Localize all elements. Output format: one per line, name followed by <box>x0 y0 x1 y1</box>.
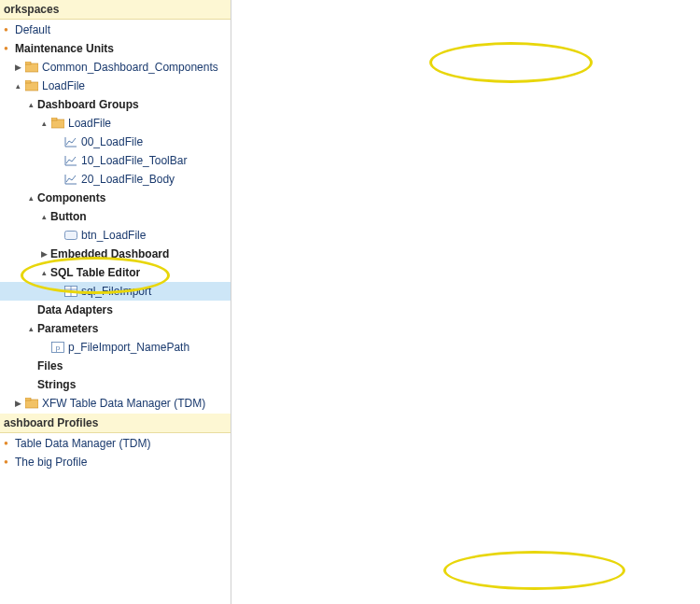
folder-icon <box>24 79 39 92</box>
tree-components[interactable]: ▴ Components <box>0 189 231 207</box>
tree-loadfile[interactable]: ▴ LoadFile <box>0 77 231 95</box>
folder-icon <box>24 397 39 410</box>
folder-icon <box>50 117 65 130</box>
tree-sql-table-editor[interactable]: ▴ SQL Table Editor <box>0 263 231 282</box>
svg-rect-0 <box>25 63 38 72</box>
tree-strings[interactable]: · Strings <box>0 375 231 394</box>
tree-group-loadfile[interactable]: ▴ LoadFile <box>0 114 231 133</box>
annotation-circle <box>429 42 593 83</box>
dashboard-profiles-header: ashboard Profiles <box>0 414 231 433</box>
tree-btn-loadfile[interactable]: · btn_LoadFile <box>0 226 231 245</box>
svg-rect-1 <box>25 62 31 64</box>
bullet-icon: ● <box>4 22 11 37</box>
workspaces-header: orkspaces <box>0 0 231 20</box>
collapse-icon[interactable]: ▴ <box>39 265 49 280</box>
collapse-icon[interactable]: ▴ <box>26 190 35 205</box>
profile-tdm[interactable]: ● Table Data Manager (TDM) <box>0 434 231 453</box>
annotation-circle <box>443 551 625 590</box>
tree-dashboard-groups[interactable]: ▴ Dashboard Groups <box>0 95 231 114</box>
button-icon <box>63 229 78 242</box>
tree-param-namepath[interactable]: · p p_FileImport_NamePath <box>0 338 231 357</box>
tree-parameters[interactable]: ▴ Parameters <box>0 319 231 338</box>
collapse-icon[interactable]: ▴ <box>26 97 35 112</box>
svg-rect-4 <box>51 119 64 128</box>
svg-rect-6 <box>65 232 77 240</box>
collapse-icon[interactable]: ▴ <box>26 321 35 336</box>
tree-data-adapters[interactable]: · Data Adapters <box>0 301 231 319</box>
tree-00-loadfile[interactable]: · 00_LoadFile <box>0 133 231 151</box>
tree-embedded-dashboard[interactable]: ▶ Embedded Dashboard <box>0 245 231 263</box>
tree-sql-fileimport[interactable]: · sql_FileImport <box>0 282 231 301</box>
collapse-icon[interactable]: ▴ <box>39 116 49 131</box>
collapse-icon[interactable]: ▴ <box>13 78 22 93</box>
svg-text:p: p <box>56 344 61 352</box>
svg-rect-12 <box>25 400 38 408</box>
tree-common-dashboard[interactable]: ▶ Common_Dashboard_Components <box>0 58 231 77</box>
tree-maintenance-units[interactable]: ● Maintenance Units <box>0 39 231 58</box>
tree-xfw-tdm[interactable]: ▶ XFW Table Data Manager (TDM) <box>0 394 231 413</box>
expand-icon[interactable]: ▶ <box>39 246 49 261</box>
bullet-icon: ● <box>4 436 11 451</box>
param-icon: p <box>50 341 65 354</box>
tree-files[interactable]: · Files <box>0 357 231 375</box>
svg-rect-2 <box>25 82 38 91</box>
svg-rect-3 <box>25 80 31 83</box>
bullet-icon: ● <box>4 41 11 56</box>
tree-10-toolbar[interactable]: · 10_LoadFile_ToolBar <box>0 151 231 170</box>
chart-icon <box>63 173 78 186</box>
expand-icon[interactable]: ▶ <box>13 396 22 411</box>
svg-rect-13 <box>25 398 31 400</box>
bullet-icon: ● <box>4 455 11 470</box>
expand-icon[interactable]: ▶ <box>13 60 22 75</box>
table-icon <box>63 285 78 298</box>
svg-rect-5 <box>51 118 57 120</box>
folder-icon <box>24 61 39 74</box>
chart-icon <box>63 135 78 148</box>
tree-20-body[interactable]: · 20_LoadFile_Body <box>0 170 231 189</box>
chart-icon <box>63 154 78 167</box>
collapse-icon[interactable]: ▴ <box>39 209 49 224</box>
tree-button[interactable]: ▴ Button <box>0 207 231 226</box>
profile-big[interactable]: ● The big Profile <box>0 453 231 471</box>
tree-default[interactable]: ● Default <box>0 21 231 39</box>
